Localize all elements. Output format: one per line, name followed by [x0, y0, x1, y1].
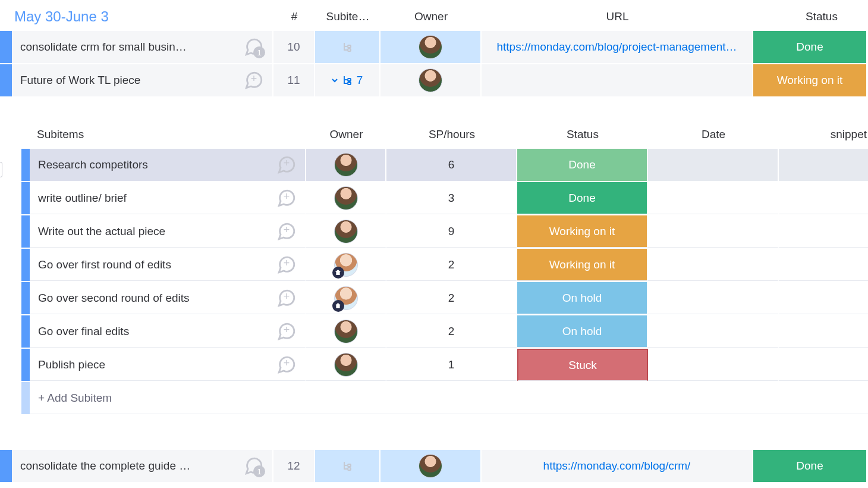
owner-cell[interactable] — [380, 64, 482, 96]
snippet-cell[interactable] — [779, 215, 868, 248]
url-link[interactable]: https://monday.com/blog/project-manageme… — [496, 40, 737, 54]
add-comment-icon[interactable]: + — [276, 355, 297, 375]
group-color-bar — [21, 182, 30, 214]
sp-cell[interactable]: 3 — [386, 182, 517, 214]
owner-cell[interactable] — [306, 249, 386, 281]
add-comment-icon[interactable]: + — [276, 255, 297, 275]
subitem-row[interactable]: Go over final edits+2On hold — [0, 314, 868, 348]
comment-icon[interactable]: 1 — [244, 456, 264, 476]
url-link[interactable]: https://monday.com/blog/crm/ — [543, 459, 691, 473]
group-title[interactable]: May 30-June 3 — [12, 8, 273, 25]
subitems-cell[interactable] — [315, 31, 380, 63]
snippet-cell[interactable] — [779, 349, 868, 381]
date-cell[interactable] — [648, 215, 779, 248]
table-row[interactable]: consolidate crm for small busin… 1 10 ht… — [0, 30, 868, 63]
sub-column-status[interactable]: Status — [517, 128, 648, 141]
status-cell[interactable]: Done — [517, 149, 648, 181]
subitem-name-cell[interactable]: Publish piece+ — [30, 349, 306, 381]
status-cell[interactable]: Done — [753, 450, 866, 482]
sub-column-snippet[interactable]: snippet — [779, 128, 868, 141]
date-cell[interactable] — [648, 282, 779, 314]
owner-cell[interactable] — [306, 215, 386, 248]
status-cell[interactable]: Working on it — [517, 249, 648, 281]
date-cell[interactable] — [648, 149, 779, 181]
sp-cell[interactable]: 2 — [386, 315, 517, 348]
sub-column-owner[interactable]: Owner — [306, 128, 386, 141]
column-header-subitems[interactable]: Subite… — [315, 10, 380, 23]
subitem-row[interactable]: Research competitors+6Done — [0, 148, 868, 181]
add-comment-icon[interactable]: + — [276, 188, 297, 208]
status-cell[interactable]: Done — [753, 31, 866, 63]
sp-cell[interactable]: 1 — [386, 349, 517, 381]
avatar — [334, 253, 358, 277]
add-subitem-label[interactable]: + Add Subitem — [30, 382, 868, 414]
url-cell[interactable]: https://monday.com/blog/project-manageme… — [482, 31, 753, 63]
url-cell[interactable]: https://monday.com/blog/crm/ — [482, 450, 753, 482]
date-cell[interactable] — [648, 182, 779, 214]
subitem-name-cell[interactable]: Go over first round of edits+ — [30, 249, 306, 281]
snippet-cell[interactable] — [779, 149, 868, 181]
status-cell[interactable]: Done — [517, 182, 648, 214]
subitem-row[interactable]: Write out the actual piece+9Working on i… — [0, 214, 868, 248]
sp-cell[interactable]: 9 — [386, 215, 517, 248]
comment-icon[interactable]: 1 — [244, 37, 264, 57]
sp-cell[interactable]: 2 — [386, 282, 517, 314]
snippet-cell[interactable] — [779, 182, 868, 214]
owner-cell[interactable] — [306, 282, 386, 314]
date-cell[interactable] — [648, 315, 779, 348]
snippet-cell[interactable] — [779, 249, 868, 281]
column-header-status[interactable]: Status — [753, 10, 866, 23]
group-color-bar — [21, 315, 30, 348]
subitem-row[interactable]: Go over second round of edits+2On hold — [0, 281, 868, 314]
subitem-name-cell[interactable]: Research competitors+ — [30, 149, 306, 181]
status-cell[interactable]: Stuck — [517, 349, 648, 381]
sub-column-date[interactable]: Date — [648, 128, 779, 141]
add-subitem-row[interactable]: + Add Subitem — [0, 381, 868, 414]
sub-column-title[interactable]: Subitems — [30, 128, 306, 141]
task-name-cell[interactable]: consolidate crm for small busin… 1 — [12, 31, 273, 63]
task-name-cell[interactable]: consolidate the complete guide … 1 — [12, 450, 273, 482]
subitem-name-cell[interactable]: Write out the actual piece+ — [30, 215, 306, 248]
owner-cell[interactable] — [306, 149, 386, 181]
table-row[interactable]: consolidate the complete guide … 1 12 ht… — [0, 449, 868, 482]
table-row[interactable]: Future of Work TL piece + 11 7 Working o… — [0, 63, 868, 96]
date-cell[interactable] — [648, 249, 779, 281]
subitems-cell[interactable]: 7 — [315, 64, 380, 96]
snippet-cell[interactable] — [779, 315, 868, 348]
add-comment-icon[interactable]: + — [276, 155, 297, 175]
subitem-row[interactable]: write outline/ brief+3Done — [0, 181, 868, 214]
add-comment-icon[interactable]: + — [276, 221, 297, 242]
add-comment-icon[interactable]: + — [276, 288, 297, 308]
owner-cell[interactable] — [306, 182, 386, 214]
subitem-name-cell[interactable]: Go over final edits+ — [30, 315, 306, 348]
sp-cell[interactable]: 6 — [386, 149, 517, 181]
row-number-cell: 10 — [273, 31, 315, 63]
sub-column-sp[interactable]: SP/hours — [386, 128, 517, 141]
subitem-row[interactable]: Go over first round of edits+2Working on… — [0, 248, 868, 281]
subitem-title: Research competitors — [38, 158, 271, 171]
status-cell[interactable]: Working on it — [517, 215, 648, 248]
add-comment-icon[interactable]: + — [276, 321, 297, 342]
status-cell[interactable]: On hold — [517, 315, 648, 348]
subitem-row[interactable]: Publish piece+1Stuck — [0, 348, 868, 381]
subitem-name-cell[interactable]: write outline/ brief+ — [30, 182, 306, 214]
plus-icon: + — [284, 257, 290, 270]
add-comment-icon[interactable]: + — [244, 70, 264, 90]
sp-cell[interactable]: 2 — [386, 249, 517, 281]
snippet-cell[interactable] — [779, 282, 868, 314]
task-name-cell[interactable]: Future of Work TL piece + — [12, 64, 273, 96]
subitems-cell[interactable] — [315, 450, 380, 482]
column-header-url[interactable]: URL — [482, 10, 753, 23]
status-cell[interactable]: On hold — [517, 282, 648, 314]
owner-cell[interactable] — [380, 31, 482, 63]
owner-cell[interactable] — [380, 450, 482, 482]
owner-cell[interactable] — [306, 315, 386, 348]
collapse-toggle[interactable] — [0, 162, 2, 177]
column-header-num[interactable]: # — [273, 10, 315, 23]
owner-cell[interactable] — [306, 349, 386, 381]
date-cell[interactable] — [648, 349, 779, 381]
subitem-name-cell[interactable]: Go over second round of edits+ — [30, 282, 306, 314]
url-cell[interactable] — [482, 64, 753, 96]
status-cell[interactable]: Working on it — [753, 64, 866, 96]
column-header-owner[interactable]: Owner — [380, 10, 482, 23]
